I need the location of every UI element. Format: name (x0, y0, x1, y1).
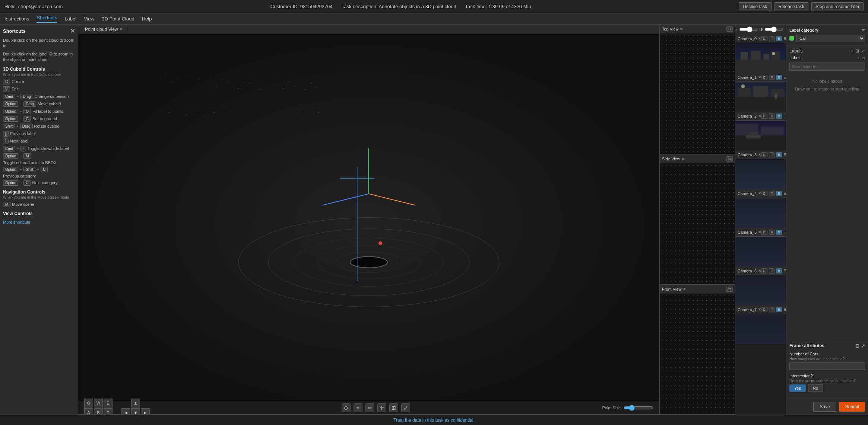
camera-7-close[interactable]: ✕ (758, 307, 761, 311)
camera-3-close[interactable]: ✕ (758, 153, 761, 157)
camera-3-f-btn[interactable]: F (769, 152, 775, 157)
top-view-close[interactable]: ✕ (680, 27, 683, 31)
camera-5-collapse-icon[interactable]: ⊟ (783, 230, 786, 235)
camera-6-image[interactable] (735, 275, 786, 305)
camera-3-c-btn[interactable]: C (761, 152, 767, 157)
camera-6-close[interactable]: ✕ (758, 269, 761, 273)
nav-key-q[interactable]: Q (84, 399, 93, 408)
camera-0-close[interactable]: ✕ (758, 36, 761, 41)
front-view-close[interactable]: ✕ (683, 287, 686, 291)
camera-6-f-btn[interactable]: F (769, 268, 775, 274)
search-labels-input[interactable] (789, 63, 865, 71)
camera-4-c-btn[interactable]: C (761, 191, 767, 196)
nav-key-e[interactable]: E (104, 399, 113, 408)
top-view-c-btn[interactable]: C (726, 26, 733, 32)
intersection-yes-button[interactable]: Yes (789, 384, 806, 392)
front-view-canvas[interactable] (660, 294, 735, 414)
camera-0-collapse-icon[interactable]: ⊟ (783, 36, 786, 41)
camera-5-f-btn[interactable]: F (769, 230, 775, 235)
arrow-down-button[interactable]: ▼ (131, 408, 140, 415)
labels-expand-icon[interactable]: ⊞ (855, 48, 859, 54)
shortcuts-close-button[interactable]: ✕ (70, 28, 75, 35)
camera-4-f-btn[interactable]: F (769, 191, 775, 196)
camera-1-c-btn[interactable]: C (761, 75, 767, 80)
menu-view[interactable]: View (84, 16, 94, 22)
side-view-canvas[interactable] (660, 163, 735, 284)
camera-6-b-btn[interactable]: B (776, 268, 782, 274)
camera-2-b-btn[interactable]: B (776, 114, 782, 119)
camera-2-f-btn[interactable]: F (769, 114, 775, 119)
point-cloud-tab[interactable]: Point cloud View ✕ (81, 25, 127, 34)
nav-key-a[interactable]: A (84, 408, 93, 415)
camera-5-close[interactable]: ✕ (758, 230, 761, 234)
camera-2-collapse-icon[interactable]: ⊟ (783, 114, 786, 119)
intersection-no-button[interactable]: No (808, 384, 823, 392)
camera-5-c-btn[interactable]: C (761, 230, 767, 235)
camera-0-image[interactable] (735, 43, 786, 73)
point-cloud-view[interactable]: Point cloud View ✕ (78, 25, 659, 415)
camera-3-collapse-icon[interactable]: ⊟ (783, 152, 786, 157)
lasso-tool-icon[interactable]: ⌖ (354, 403, 362, 412)
contrast-slider[interactable] (764, 26, 783, 32)
arrow-up-button[interactable]: ▲ (131, 399, 140, 408)
camera-7-collapse-icon[interactable]: ⊟ (783, 307, 786, 312)
camera-7-image[interactable] (735, 314, 786, 344)
category-select[interactable]: Car (796, 35, 865, 42)
point-size-slider[interactable] (624, 405, 653, 411)
frame-attr-collapse-icon[interactable]: ⊟ (855, 343, 859, 349)
camera-4-close[interactable]: ✕ (758, 191, 761, 195)
camera-7-b-btn[interactable]: B (776, 307, 782, 312)
camera-1-close[interactable]: ✕ (758, 75, 761, 79)
arrow-right-button[interactable]: ► (141, 408, 150, 415)
save-button[interactable]: Save (813, 402, 836, 412)
camera-6-collapse-icon[interactable]: ⊟ (783, 268, 786, 274)
expand-tool-icon[interactable]: ⤢ (401, 403, 410, 412)
side-view-close[interactable]: ✕ (682, 157, 685, 161)
camera-3-b-btn[interactable]: B (776, 152, 782, 157)
front-view-c-btn[interactable]: C (726, 287, 733, 292)
menu-instructions[interactable]: Instructions (4, 16, 29, 22)
camera-4-image[interactable] (735, 198, 786, 228)
release-task-button[interactable]: Release task (774, 2, 808, 11)
frame-attr-expand-icon[interactable]: ⤢ (861, 343, 865, 349)
point-cloud-tab-close[interactable]: ✕ (120, 27, 123, 32)
camera-5-b-btn[interactable]: B (776, 230, 782, 235)
draw-tool-icon[interactable]: ✏ (365, 403, 374, 412)
camera-2-close[interactable]: ✕ (758, 114, 761, 118)
camera-0-c-btn[interactable]: C (761, 36, 767, 41)
camera-7-c-btn[interactable]: C (761, 307, 767, 312)
move-tool-icon[interactable]: ✛ (377, 403, 386, 412)
top-view-canvas[interactable] (660, 33, 735, 154)
submit-button[interactable]: Submit (839, 402, 865, 412)
camera-0-f-btn[interactable]: F (769, 36, 775, 41)
more-shortcuts-link[interactable]: More shortcuts (3, 220, 75, 224)
edit-category-icon[interactable]: ✏ (862, 28, 865, 32)
camera-4-collapse-icon[interactable]: ⊟ (783, 191, 786, 196)
decline-task-button[interactable]: Decline task (739, 2, 771, 11)
camera-7-f-btn[interactable]: F (769, 307, 775, 312)
side-view-c-btn[interactable]: C (726, 156, 733, 162)
arrow-left-button[interactable]: ◄ (121, 408, 130, 415)
menu-3d-point-cloud[interactable]: 3D Point Cloud (102, 16, 134, 22)
menu-help[interactable]: Help (142, 16, 152, 22)
camera-1-collapse-icon[interactable]: ⊟ (783, 75, 786, 80)
camera-2-image[interactable] (735, 121, 786, 150)
camera-0-b-btn[interactable]: B (776, 36, 782, 41)
camera-3-image[interactable] (735, 159, 786, 189)
brightness-slider[interactable] (739, 26, 758, 32)
camera-5-image[interactable] (735, 237, 786, 266)
camera-1-image[interactable] (735, 82, 786, 112)
camera-4-b-btn[interactable]: B (776, 191, 782, 196)
camera-1-b-btn[interactable]: B (776, 75, 782, 80)
camera-1-f-btn[interactable]: F (769, 75, 775, 80)
nav-key-d[interactable]: D (104, 408, 113, 415)
num-cars-input[interactable] (789, 362, 865, 370)
stop-resume-button[interactable]: Stop and resume later (811, 2, 864, 11)
labels-fullscreen-icon[interactable]: ⤢ (861, 48, 865, 54)
point-cloud-canvas[interactable]: Q W E A S D (78, 34, 659, 414)
select-tool-icon[interactable]: ⊙ (342, 403, 351, 412)
camera-6-c-btn[interactable]: C (761, 268, 767, 274)
menu-label[interactable]: Label (64, 16, 76, 22)
camera-2-c-btn[interactable]: C (761, 114, 767, 119)
labels-filter2-icon[interactable]: ⊿ (861, 55, 865, 60)
